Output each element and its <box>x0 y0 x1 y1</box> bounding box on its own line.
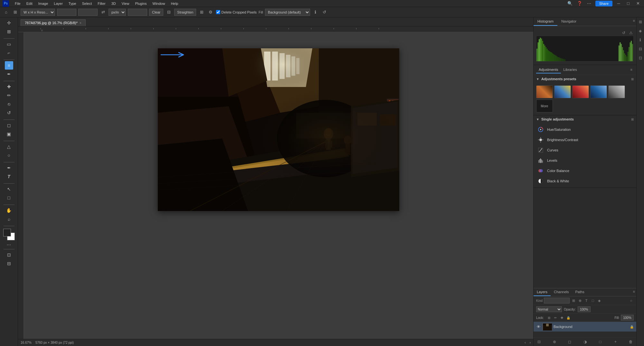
right-expand-icon[interactable]: ⊡ <box>637 55 644 61</box>
width-input[interactable] <box>57 9 76 16</box>
lock-artboard-btn[interactable]: ✚ <box>559 315 564 320</box>
fill-select[interactable]: Background (default) <box>265 9 310 16</box>
paths-tab[interactable]: Paths <box>572 288 588 296</box>
screen-mode-tool[interactable]: ⊟ <box>5 259 13 268</box>
move-tool[interactable]: ✢ <box>5 19 13 27</box>
close-icon[interactable]: ✕ <box>634 0 641 7</box>
menu-image[interactable]: Image <box>36 1 51 6</box>
adj-menu-icon[interactable]: ≡ <box>629 66 634 73</box>
preset-item-1[interactable] <box>536 85 553 98</box>
adj-levels[interactable]: Levels <box>534 155 636 166</box>
preset-item-4[interactable] <box>590 85 607 98</box>
canvas-viewport[interactable] <box>24 32 533 339</box>
menu-help[interactable]: Help <box>168 1 181 6</box>
workspace-icon[interactable]: ⌂ <box>3 9 10 16</box>
layer-new-btn[interactable]: + <box>613 339 619 345</box>
right-history-icon[interactable]: ⊞ <box>637 19 644 25</box>
lock-all-btn[interactable]: 🔒 <box>566 315 571 320</box>
layer-style-btn[interactable]: ⊕ <box>552 339 557 345</box>
canvas-image[interactable] <box>158 48 399 211</box>
tab-close-button[interactable]: × <box>80 21 81 25</box>
menu-3d[interactable]: 3D <box>109 1 118 6</box>
share-button[interactable]: Share <box>595 1 612 6</box>
reset-icon[interactable]: ↺ <box>321 9 328 16</box>
height-input[interactable] <box>78 9 98 16</box>
adj-hue-sat[interactable]: Hue/Saturation <box>534 124 636 135</box>
dodge-tool[interactable]: ○ <box>5 151 13 159</box>
hand-tool[interactable]: ✋ <box>5 206 13 215</box>
status-nav-left[interactable]: ‹ <box>525 341 526 344</box>
link-icon[interactable]: ⊟ <box>165 9 172 16</box>
settings-icon[interactable]: ⋯ <box>586 0 593 7</box>
channels-tab[interactable]: Channels <box>551 288 572 296</box>
brush-tool[interactable]: ✏ <box>5 91 13 100</box>
size-preset-select[interactable]: W x H x Reso... <box>21 9 55 16</box>
adj-black-white[interactable]: Black & White <box>534 176 636 186</box>
unit-select[interactable]: px/in <box>109 9 126 16</box>
shape-filter-btn[interactable]: □ <box>590 298 595 303</box>
tool-options-icon[interactable]: ⊞ <box>12 9 19 16</box>
layer-delete-btn[interactable]: 🗑 <box>628 339 634 345</box>
path-select-tool[interactable]: ↖ <box>5 185 13 193</box>
gear-icon[interactable]: ⚙ <box>207 9 214 16</box>
hist-warn-btn[interactable]: ⚠ <box>628 30 634 36</box>
layers-menu-icon[interactable]: ≡ <box>632 288 636 296</box>
quick-mask-tool[interactable]: ⊡ <box>5 251 13 259</box>
right-info-icon[interactable]: ℹ <box>637 37 644 43</box>
blend-mode-select[interactable]: Normal <box>536 306 562 312</box>
layer-link-btn[interactable]: ⊟ <box>536 339 542 345</box>
menu-edit[interactable]: Edit <box>24 1 35 6</box>
layer-adj-btn[interactable]: ◑ <box>582 339 588 345</box>
crop-tool[interactable]: ⌗ <box>5 61 13 70</box>
presets-grid-icon[interactable]: ⊞ <box>631 77 634 81</box>
delete-cropped-label[interactable]: Delete Cropped Pixels <box>216 10 256 14</box>
help-icon[interactable]: ❓ <box>576 0 583 7</box>
foreground-color[interactable] <box>3 229 11 236</box>
lock-position-btn[interactable]: ✏ <box>553 315 558 320</box>
eyedropper-tool[interactable]: ✒ <box>5 70 13 78</box>
eraser-tool[interactable]: ◻ <box>5 121 13 130</box>
adj-presets-header[interactable]: ▼ Adjustments presets ⊞ <box>534 75 636 83</box>
menu-plugins[interactable]: Plugins <box>132 1 149 6</box>
smart-filter-btn[interactable]: ◈ <box>597 298 602 303</box>
right-collapse-icon[interactable]: ⊟ <box>637 46 644 52</box>
adj-color-balance[interactable]: Color Balance <box>534 166 636 176</box>
preset-item-2[interactable] <box>554 85 571 98</box>
info-icon[interactable]: ℹ <box>312 9 319 16</box>
preset-item-3[interactable] <box>572 85 589 98</box>
fill-input[interactable] <box>621 315 634 321</box>
layer-background[interactable]: 👁 Background 🔒 <box>534 322 636 332</box>
pen-tool[interactable]: ✒ <box>5 164 13 172</box>
search-icon[interactable]: 🔍 <box>566 0 573 7</box>
clear-button[interactable]: Clear <box>149 9 163 16</box>
blur-tool[interactable]: △ <box>5 142 13 151</box>
hist-refresh-btn[interactable]: ↺ <box>621 30 627 36</box>
gradient-tool[interactable]: ▣ <box>5 130 13 138</box>
layers-toggle-btn[interactable]: ○ <box>629 298 634 303</box>
type-tool[interactable]: T <box>5 172 13 181</box>
libraries-tab[interactable]: Libraries <box>561 66 580 73</box>
histogram-menu-icon[interactable]: ≡ <box>632 17 636 26</box>
lasso-tool[interactable]: ⌐ <box>5 49 13 57</box>
grid-icon[interactable]: ⊞ <box>198 9 205 16</box>
right-color-icon[interactable]: ◈ <box>637 28 644 34</box>
rect-marquee-tool[interactable]: ▭ <box>5 40 13 48</box>
adjustments-tab[interactable]: Adjustments <box>536 66 561 73</box>
document-tab[interactable]: 787A8796.jpg @ 16.7% (RGB/8)* × <box>21 19 86 26</box>
navigator-tab[interactable]: Navigator <box>557 17 580 26</box>
status-nav-right[interactable]: › <box>530 341 531 344</box>
menu-filter[interactable]: Filter <box>95 1 108 6</box>
layers-tab[interactable]: Layers <box>534 288 551 296</box>
menu-layer[interactable]: Layer <box>51 1 65 6</box>
layer-group-btn[interactable]: □ <box>597 339 603 345</box>
layer-mask-btn[interactable]: ◻ <box>567 339 573 345</box>
single-adj-grid-icon[interactable]: ⊞ <box>631 118 634 121</box>
maximize-icon[interactable]: □ <box>625 0 632 7</box>
pixel-filter-btn[interactable]: ⊞ <box>571 298 576 303</box>
delete-cropped-checkbox[interactable] <box>216 10 220 14</box>
lock-pixels-btn[interactable]: ⊞ <box>546 315 552 320</box>
layers-search-input[interactable] <box>544 298 570 303</box>
type-filter-btn[interactable]: T <box>584 298 589 303</box>
adj-filter-btn[interactable]: ⊕ <box>577 298 582 303</box>
adj-single-header[interactable]: ▼ Single adjustments ⊞ <box>534 115 636 123</box>
